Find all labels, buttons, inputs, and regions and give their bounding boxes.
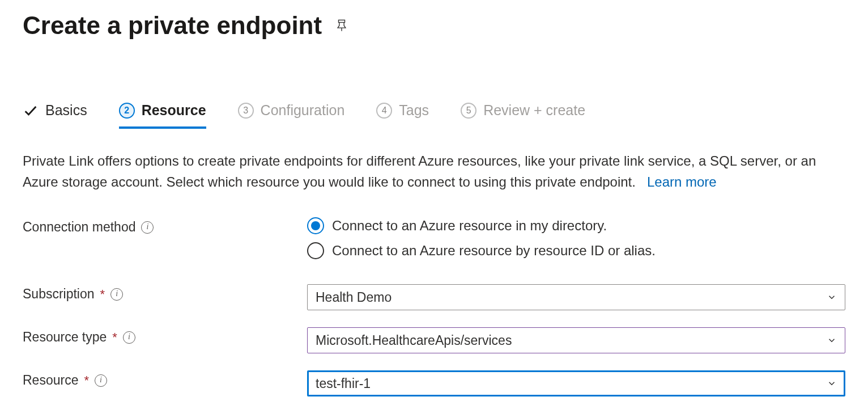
connection-method-radio-group: Connect to an Azure resource in my direc…: [307, 217, 845, 259]
info-icon[interactable]: i: [110, 288, 123, 301]
tab-review-create[interactable]: 5 Review + create: [461, 102, 585, 129]
resource-type-select[interactable]: Microsoft.HealthcareApis/services: [307, 327, 845, 353]
chevron-down-icon: [827, 335, 837, 345]
wizard-tabs: Basics 2 Resource 3 Configuration 4 Tags…: [23, 102, 845, 129]
step-number-icon: 5: [461, 103, 476, 119]
tab-basics[interactable]: Basics: [23, 102, 87, 129]
tab-label: Review + create: [483, 102, 585, 119]
resource-label: Resource: [23, 373, 78, 388]
select-value: Microsoft.HealthcareApis/services: [316, 333, 512, 348]
connection-method-label: Connection method: [23, 220, 135, 235]
radio-icon: [307, 217, 324, 234]
tab-tags[interactable]: 4 Tags: [376, 102, 429, 129]
select-value: test-fhir-1: [316, 376, 371, 391]
required-indicator: *: [112, 330, 117, 345]
required-indicator: *: [100, 287, 105, 302]
required-indicator: *: [84, 373, 89, 388]
tab-resource[interactable]: 2 Resource: [119, 102, 206, 129]
step-number-icon: 2: [119, 103, 135, 119]
select-value: Health Demo: [316, 290, 392, 305]
chevron-down-icon: [827, 292, 837, 302]
subscription-label: Subscription: [23, 286, 95, 302]
svg-rect-0: [339, 20, 345, 22]
info-icon[interactable]: i: [123, 331, 135, 344]
step-number-icon: 3: [238, 103, 254, 119]
tab-configuration[interactable]: 3 Configuration: [238, 102, 345, 129]
radio-label: Connect to an Azure resource by resource…: [332, 243, 656, 259]
tab-label: Resource: [142, 102, 206, 119]
page-title: Create a private endpoint: [23, 11, 322, 40]
radio-icon: [307, 242, 324, 259]
radio-connect-resource-id[interactable]: Connect to an Azure resource by resource…: [307, 242, 845, 259]
step-number-icon: 4: [376, 103, 392, 119]
radio-connect-directory[interactable]: Connect to an Azure resource in my direc…: [307, 217, 845, 234]
tab-label: Tags: [399, 102, 429, 119]
resource-type-label: Resource type: [23, 330, 107, 345]
pin-icon[interactable]: [335, 19, 348, 32]
chevron-down-icon: [827, 378, 837, 389]
info-icon[interactable]: i: [141, 221, 154, 234]
tab-label: Configuration: [261, 102, 345, 119]
resource-select[interactable]: test-fhir-1: [307, 370, 845, 396]
info-icon[interactable]: i: [95, 374, 107, 387]
radio-label: Connect to an Azure resource in my direc…: [332, 218, 607, 234]
check-icon: [23, 103, 39, 119]
tab-label: Basics: [45, 102, 87, 119]
tab-description: Private Link offers options to create pr…: [23, 150, 845, 192]
learn-more-link[interactable]: Learn more: [647, 174, 717, 189]
subscription-select[interactable]: Health Demo: [307, 284, 845, 310]
